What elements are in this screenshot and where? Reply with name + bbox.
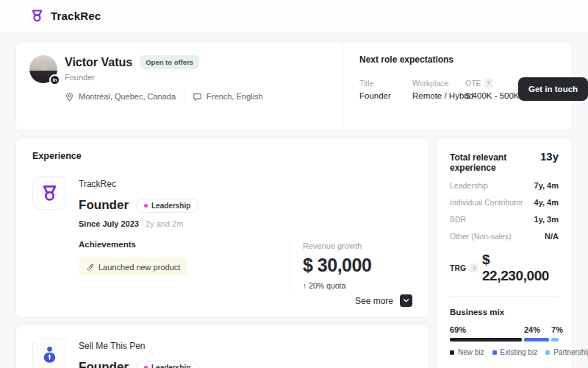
trackrec-medal-icon bbox=[29, 8, 45, 24]
business-mix-title: Business mix bbox=[450, 308, 559, 316]
experience-card-2: Sell Me This Pen Founder Leadership Sinc… bbox=[15, 325, 429, 368]
stats-sidebar: Total relevant experience 13y Leadership… bbox=[436, 138, 573, 368]
role-title: Founder bbox=[79, 360, 129, 368]
trg-label: TRG bbox=[450, 263, 466, 272]
company-logo-trackrec bbox=[32, 176, 66, 210]
experience-card: Experience TrackRec Founder bbox=[15, 138, 429, 318]
medal-icon bbox=[40, 183, 60, 203]
get-in-touch-button[interactable]: Get in touch bbox=[518, 77, 588, 101]
languages-item: French, English bbox=[193, 92, 262, 102]
achievement-label: Launched new product bbox=[98, 263, 180, 272]
company-name: TrackRec bbox=[79, 179, 412, 189]
brand-name: TrackRec bbox=[51, 10, 101, 22]
achievements-block: Achievements Launched new product bbox=[32, 240, 289, 290]
ote-help-icon[interactable]: ? bbox=[484, 79, 493, 88]
brand-logo[interactable]: TrackRec bbox=[29, 8, 101, 24]
duration: 2y and 2m bbox=[146, 219, 183, 228]
achievements-title: Achievements bbox=[79, 240, 289, 249]
stat-row-ic: Individual Contributor 4y, 4m bbox=[450, 198, 559, 207]
pen-person-icon bbox=[40, 345, 60, 365]
stat-row-other: Other (Non-sales) N/A bbox=[450, 232, 559, 241]
language-bubble-icon bbox=[193, 92, 202, 102]
languages-text: French, English bbox=[207, 92, 262, 101]
stat-row-leadership: Leadership 7y, 4m bbox=[450, 181, 559, 190]
achievement-badge: Launched new product bbox=[79, 258, 187, 277]
business-mix-legend: New biz Existing biz Partnerships bbox=[450, 348, 559, 356]
sidebar-divider bbox=[450, 296, 559, 297]
profile-card: in Victor Vatus Open to offers Founder bbox=[15, 41, 573, 131]
leadership-tag: Leadership bbox=[136, 199, 198, 213]
total-experience-value: 13y bbox=[540, 150, 559, 163]
company-name: Sell Me This Pen bbox=[79, 341, 311, 351]
next-role-field-ote: OTE ? $ 400K - 500K bbox=[465, 79, 506, 100]
app-header: TrackRec bbox=[0, 0, 588, 32]
profile-role: Founder bbox=[65, 73, 263, 82]
profile-summary: in Victor Vatus Open to offers Founder bbox=[16, 42, 343, 130]
rocket-icon bbox=[86, 263, 94, 272]
trg-help-icon[interactable]: ? bbox=[470, 263, 478, 272]
next-role-field-workplace: Workplace Remote / Hybrid bbox=[412, 79, 453, 100]
profile-name: Victor Vatus bbox=[65, 56, 132, 69]
since-date: Since July 2023 bbox=[79, 219, 139, 228]
total-experience-label: Total relevant experience bbox=[450, 152, 540, 173]
revenue-growth-metric: Revenue growth $ 30,000 ↑ 20% quota bbox=[289, 240, 412, 290]
next-role-title: Next role expectations bbox=[359, 54, 557, 65]
location-pin-icon bbox=[65, 92, 74, 102]
linkedin-badge[interactable]: in bbox=[49, 74, 60, 85]
verified-block: ✓ Verified bbox=[323, 338, 412, 368]
location-text: Montréal, Quebec, Canada bbox=[79, 92, 176, 101]
stat-row-bdr: BDR 1y, 3m bbox=[450, 215, 559, 224]
experience-entry-pen: Sell Me This Pen Founder Leadership Sinc… bbox=[32, 338, 412, 368]
location-item: Montréal, Quebec, Canada bbox=[65, 92, 176, 102]
open-to-offers-badge: Open to offers bbox=[140, 55, 199, 69]
see-more-button[interactable]: See more bbox=[355, 294, 412, 307]
next-role-field-title: Title Founder bbox=[359, 79, 401, 100]
experience-entry-trackrec: TrackRec Founder Leadership Since July 2… bbox=[32, 176, 412, 228]
business-mix-section: Business mix 69% 24% 7% bbox=[450, 308, 559, 356]
leadership-tag: Leadership bbox=[136, 361, 198, 368]
role-title: Founder bbox=[79, 198, 129, 213]
trg-value: $ 22,230,000 bbox=[482, 252, 559, 284]
meta-divider bbox=[184, 91, 184, 102]
business-mix-bar: 69% 24% 7% bbox=[450, 325, 559, 342]
tag-dot-icon bbox=[144, 204, 148, 208]
tag-dot-icon bbox=[144, 366, 148, 368]
chevron-down-icon bbox=[400, 294, 412, 307]
trg-row: TRG ? $ 22,230,000 bbox=[450, 252, 559, 284]
experience-section-title: Experience bbox=[32, 151, 412, 161]
next-role-panel: Next role expectations Title Founder Wor… bbox=[343, 42, 572, 130]
company-logo-pen bbox=[32, 338, 66, 368]
